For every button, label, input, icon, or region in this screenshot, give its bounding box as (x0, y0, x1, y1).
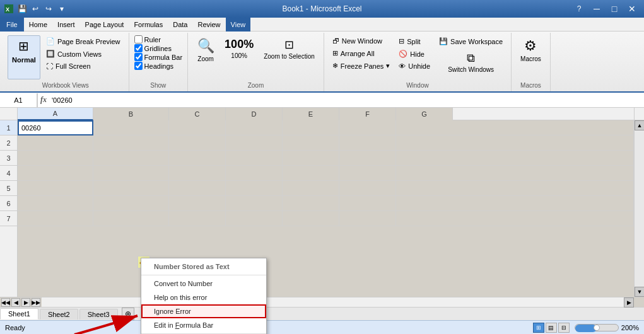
row-header-7[interactable]: 7 (0, 211, 18, 226)
context-menu-item-convert[interactable]: Convert to Number (141, 277, 266, 291)
undo-qa-btn[interactable]: ↩ (30, 3, 41, 14)
macros-btn[interactable]: ⚙ Macros (517, 35, 545, 78)
col-header-g[interactable]: G (396, 108, 453, 120)
row-header-4[interactable]: 4 (0, 166, 18, 181)
cell-f4[interactable] (339, 166, 396, 181)
gridlines-check-input[interactable] (134, 44, 143, 52)
cell-f2[interactable] (339, 135, 396, 151)
cell-b1[interactable] (93, 120, 169, 135)
cell-e4[interactable] (283, 166, 339, 181)
next-sheet-btn[interactable]: ▶ (21, 298, 30, 307)
qa-dropdown-btn[interactable]: ▾ (56, 3, 67, 14)
cell-e5[interactable] (283, 181, 339, 196)
cell-c2[interactable] (169, 135, 226, 151)
col-header-c[interactable]: C (169, 108, 226, 120)
prev-sheet-btn[interactable]: ◀ (11, 298, 20, 307)
row-header-3[interactable]: 3 (0, 151, 18, 166)
scroll-down-btn[interactable]: ▼ (635, 287, 644, 297)
normal-view-btn[interactable]: ⊞ (533, 323, 544, 333)
cell-f6[interactable] (339, 196, 396, 211)
menu-view[interactable]: View (226, 18, 251, 32)
row-header-6[interactable]: 6 (0, 196, 18, 211)
cell-d1[interactable] (226, 120, 283, 135)
headings-checkbox[interactable]: Headings (134, 62, 183, 70)
cell-f3[interactable] (339, 151, 396, 166)
context-menu-item-help[interactable]: Help on this error (141, 291, 266, 304)
split-btn[interactable]: ⊟ Split (395, 35, 433, 47)
cell-f1[interactable] (339, 120, 396, 135)
cell-a1[interactable]: 00260 (18, 120, 93, 135)
page-break-btn[interactable]: 📄 Page Break Preview (43, 35, 124, 47)
cell-a5[interactable] (18, 181, 93, 196)
row-header-2[interactable]: 2 (0, 135, 18, 151)
ruler-checkbox[interactable]: Ruler (134, 35, 183, 43)
cell-g7[interactable] (396, 211, 634, 226)
new-window-btn[interactable]: 🗗 New Window (329, 35, 393, 47)
cell-reference-box[interactable] (0, 93, 38, 107)
cell-b5[interactable] (93, 181, 169, 196)
formula-input[interactable] (49, 93, 644, 107)
menu-file[interactable]: File (0, 18, 24, 32)
full-screen-btn[interactable]: ⛶ Full Screen (43, 60, 124, 72)
zoom-slider[interactable] (575, 324, 619, 331)
save-qa-btn[interactable]: 💾 (16, 3, 28, 14)
col-header-a[interactable]: A (18, 108, 93, 120)
menu-insert[interactable]: Insert (52, 18, 80, 32)
normal-btn[interactable]: ⊞ Normal (8, 35, 40, 79)
zoom-selection-btn[interactable]: ⊡ Zoom to Selection (260, 35, 319, 78)
cell-c6[interactable] (169, 196, 226, 211)
cell-d7[interactable] (226, 211, 283, 226)
scroll-right-btn[interactable]: ▶ (624, 297, 634, 308)
cell-c5[interactable] (169, 181, 226, 196)
redo-qa-btn[interactable]: ↪ (43, 3, 54, 14)
menu-page-layout[interactable]: Page Layout (80, 18, 129, 32)
cell-g5[interactable] (396, 181, 634, 196)
sheet-tab-1[interactable]: Sheet1 (0, 308, 38, 320)
cell-c4[interactable] (169, 166, 226, 181)
cell-a6[interactable] (18, 196, 93, 211)
cell-e7[interactable] (283, 211, 339, 226)
cell-a2[interactable] (18, 135, 93, 151)
row-header-1[interactable]: 1 (0, 120, 18, 135)
unhide-btn[interactable]: 👁 Unhide (395, 60, 433, 72)
cell-a4[interactable] (18, 166, 93, 181)
cell-e6[interactable] (283, 196, 339, 211)
gridlines-checkbox[interactable]: Gridlines (134, 44, 183, 52)
cell-d2[interactable] (226, 135, 283, 151)
custom-views-btn[interactable]: 🔲 Custom Views (43, 48, 124, 60)
col-header-e[interactable]: E (283, 108, 339, 120)
cell-d4[interactable] (226, 166, 283, 181)
last-sheet-btn[interactable]: ▶▶ (32, 298, 40, 307)
cell-f5[interactable] (339, 181, 396, 196)
new-sheet-btn[interactable]: ⊕ (122, 308, 134, 320)
maximize-btn[interactable]: □ (606, 3, 623, 15)
vertical-scrollbar[interactable]: ▲ ▼ (634, 120, 644, 297)
formula-bar-check-input[interactable] (134, 53, 143, 61)
cell-b3[interactable] (93, 151, 169, 166)
cell-e3[interactable] (283, 151, 339, 166)
cell-e1[interactable] (283, 120, 339, 135)
page-break-view-btn[interactable]: ⊟ (558, 323, 570, 333)
cell-c1[interactable] (169, 120, 226, 135)
cell-b2[interactable] (93, 135, 169, 151)
sheet-tab-3[interactable]: Sheet3 (79, 309, 118, 320)
cell-b4[interactable] (93, 166, 169, 181)
cell-g3[interactable] (396, 151, 634, 166)
cell-b6[interactable] (93, 196, 169, 211)
formula-bar-checkbox[interactable]: Formula Bar (134, 53, 183, 61)
cell-a3[interactable] (18, 151, 93, 166)
cell-d3[interactable] (226, 151, 283, 166)
context-menu-item-ignore[interactable]: Ignore Error (141, 304, 266, 318)
menu-home[interactable]: Home (24, 18, 52, 32)
help-btn[interactable]: ? (571, 3, 587, 15)
cell-c7[interactable] (169, 211, 226, 226)
first-sheet-btn[interactable]: ◀◀ (1, 298, 10, 307)
context-menu-item-number-stored[interactable]: Number Stored as Text (141, 260, 266, 274)
zoom-slider-thumb[interactable] (594, 325, 600, 331)
cell-g1[interactable] (396, 120, 634, 135)
menu-data[interactable]: Data (168, 18, 192, 32)
menu-review[interactable]: Review (192, 18, 225, 32)
cell-f7[interactable] (339, 211, 396, 226)
scroll-up-btn[interactable]: ▲ (635, 120, 644, 130)
cell-d5[interactable] (226, 181, 283, 196)
